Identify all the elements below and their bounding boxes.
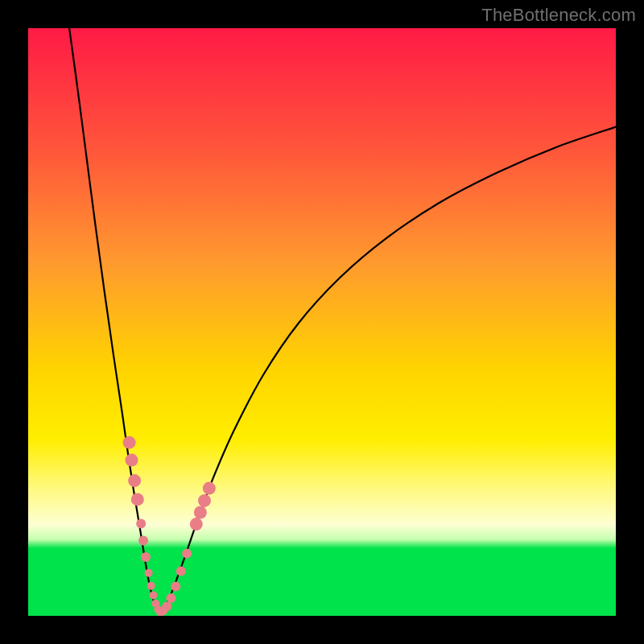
marker-dot xyxy=(176,567,186,576)
highlight-markers xyxy=(123,436,216,616)
marker-dot xyxy=(147,582,155,590)
marker-dot xyxy=(198,494,211,507)
marker-dot xyxy=(171,582,180,592)
marker-dot xyxy=(166,593,175,603)
chart-frame xyxy=(28,28,616,616)
marker-dot xyxy=(128,474,141,487)
marker-dot xyxy=(162,601,171,611)
curve-left-arm xyxy=(69,28,159,613)
marker-dot xyxy=(138,536,148,546)
curve-lines xyxy=(69,28,616,613)
marker-dot xyxy=(123,436,136,449)
marker-dot xyxy=(149,591,157,599)
watermark-text: TheBottleneck.com xyxy=(481,5,636,26)
marker-dot xyxy=(145,569,153,577)
marker-dot xyxy=(131,493,144,506)
bottleneck-curve-plot xyxy=(28,28,616,616)
marker-dot xyxy=(136,518,146,528)
marker-dot xyxy=(203,482,216,495)
marker-dot xyxy=(125,454,138,467)
marker-dot xyxy=(194,506,207,519)
marker-dot xyxy=(190,518,203,530)
marker-dot xyxy=(141,552,151,562)
curve-right-arm xyxy=(159,127,616,613)
marker-dot xyxy=(182,549,192,559)
